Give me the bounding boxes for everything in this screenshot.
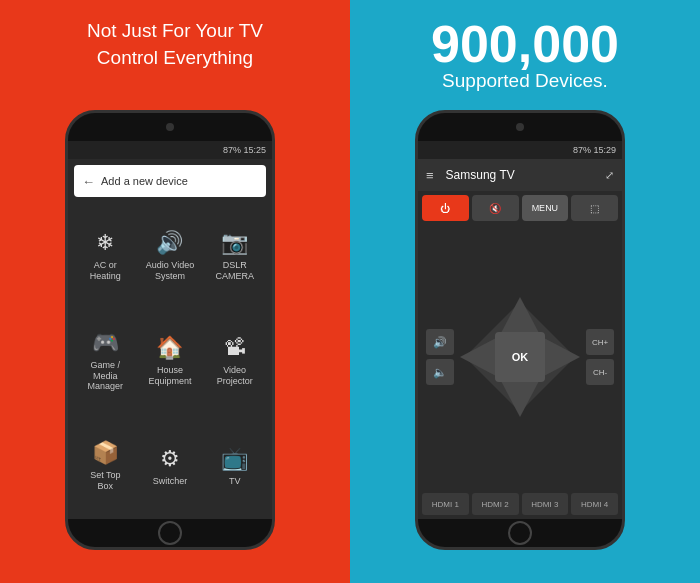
fan-icon: ❄ — [96, 230, 114, 256]
dslr-label: DSLRCAMERA — [215, 260, 254, 282]
big-number: 900,000 — [431, 18, 619, 70]
remote-controls: ⏻ 🔇 MENU ⬚ 🔊 🔈 — [418, 191, 622, 519]
hdmi1-button[interactable]: HDMI 1 — [422, 493, 469, 515]
phone-top — [68, 113, 272, 141]
vol-down-button[interactable]: 🔈 — [426, 359, 454, 385]
left-phone: 87% 15:25 ← Add a new device ❄ AC orHeat… — [65, 110, 275, 550]
right-panel: 900,000 Supported Devices. 87% 15:29 ≡ S… — [350, 0, 700, 583]
device-item-projector[interactable]: 📽 VideoProjector — [203, 307, 266, 416]
device-item-switcher[interactable]: ⚙ Switcher — [139, 417, 202, 515]
right-status-bar: 87% 15:29 — [418, 141, 622, 159]
left-screen: ← Add a new device ❄ AC orHeating 🔊 Audi… — [68, 159, 272, 519]
dpad-wrapper: 🔊 🔈 — [422, 225, 618, 489]
game-label: Game / MediaManager — [78, 360, 133, 392]
house-icon: 🏠 — [156, 335, 183, 361]
mute-button[interactable]: 🔇 — [472, 195, 519, 221]
projector-label: VideoProjector — [217, 365, 253, 387]
left-headline: Not Just For Your TV Control Everything — [87, 18, 263, 71]
speaker-icon: 🔊 — [156, 230, 183, 256]
house-label: HouseEquipment — [148, 365, 191, 387]
switcher-label: Switcher — [153, 476, 188, 487]
search-placeholder: Add a new device — [101, 175, 188, 187]
device-item-settop[interactable]: 📦 Set TopBox — [74, 417, 137, 515]
right-screen: ≡ Samsung TV ⤢ ⏻ 🔇 MENU ⬚ — [418, 159, 622, 519]
volume-controls: 🔊 🔈 — [426, 329, 454, 385]
hdmi4-button[interactable]: HDMI 4 — [571, 493, 618, 515]
hdmi-buttons: HDMI 1 HDMI 2 HDMI 3 HDMI 4 — [422, 493, 618, 515]
tv-label: TV — [229, 476, 241, 487]
device-item-dslr[interactable]: 📷 DSLRCAMERA — [203, 207, 266, 305]
tv-title: Samsung TV — [446, 168, 597, 182]
camera-icon: 📷 — [221, 230, 248, 256]
vol-up-button[interactable]: 🔊 — [426, 329, 454, 355]
ac-label: AC orHeating — [90, 260, 121, 282]
tv-icon: 📺 — [221, 446, 248, 472]
ch-minus-button[interactable]: CH- — [586, 359, 614, 385]
ok-button[interactable]: OK — [495, 332, 545, 382]
phone-bottom — [68, 519, 272, 547]
audio-label: Audio VideoSystem — [146, 260, 194, 282]
right-camera — [516, 123, 524, 131]
menu-button[interactable]: MENU — [522, 195, 569, 221]
sub-text: Supported Devices. — [431, 70, 619, 92]
gamepad-icon: 🎮 — [92, 330, 119, 356]
device-item-house[interactable]: 🏠 HouseEquipment — [139, 307, 202, 416]
hdmi3-button[interactable]: HDMI 3 — [522, 493, 569, 515]
right-home-button[interactable] — [508, 521, 532, 545]
right-phone-bottom — [418, 519, 622, 547]
projector-icon: 📽 — [224, 335, 246, 361]
settop-icon: 📦 — [92, 440, 119, 466]
status-bar: 87% 15:25 — [68, 141, 272, 159]
back-arrow-icon[interactable]: ← — [82, 174, 95, 189]
tv-header: ≡ Samsung TV ⤢ — [418, 159, 622, 191]
search-bar[interactable]: ← Add a new device — [74, 165, 266, 197]
right-phone: 87% 15:29 ≡ Samsung TV ⤢ ⏻ 🔇 MENU ⬚ — [415, 110, 625, 550]
right-phone-top — [418, 113, 622, 141]
dpad: OK — [460, 297, 580, 417]
left-panel: Not Just For Your TV Control Everything … — [0, 0, 350, 583]
device-item-tv[interactable]: 📺 TV — [203, 417, 266, 515]
hdmi2-button[interactable]: HDMI 2 — [472, 493, 519, 515]
device-item-audio[interactable]: 🔊 Audio VideoSystem — [139, 207, 202, 305]
device-grid: ❄ AC orHeating 🔊 Audio VideoSystem 📷 DSL… — [68, 203, 272, 519]
hamburger-icon[interactable]: ≡ — [426, 168, 434, 183]
settop-label: Set TopBox — [90, 470, 120, 492]
channel-controls: CH+ CH- — [586, 329, 614, 385]
device-item-ac[interactable]: ❄ AC orHeating — [74, 207, 137, 305]
device-item-game[interactable]: 🎮 Game / MediaManager — [74, 307, 137, 416]
expand-icon[interactable]: ⤢ — [605, 169, 614, 182]
top-buttons: ⏻ 🔇 MENU ⬚ — [422, 195, 618, 221]
input-button[interactable]: ⬚ — [571, 195, 618, 221]
switcher-icon: ⚙ — [160, 446, 180, 472]
ch-plus-button[interactable]: CH+ — [586, 329, 614, 355]
camera — [166, 123, 174, 131]
right-headline: 900,000 Supported Devices. — [431, 18, 619, 92]
home-button[interactable] — [158, 521, 182, 545]
power-button[interactable]: ⏻ — [422, 195, 469, 221]
